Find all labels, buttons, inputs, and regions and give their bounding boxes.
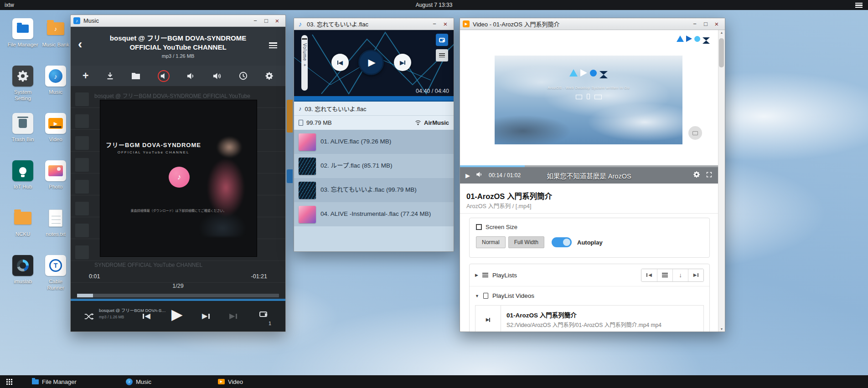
desktop-icon-label: File Manager	[7, 41, 38, 48]
seek-bar[interactable]	[77, 294, 279, 297]
full-width-button[interactable]: Full Width	[508, 236, 544, 248]
back-button[interactable]: ‹	[78, 38, 82, 51]
volume-slider[interactable]: Volume+	[301, 35, 308, 91]
download-icon[interactable]	[106, 72, 114, 80]
pip-button[interactable]	[688, 126, 702, 140]
next-track-button[interactable]: ▶	[202, 312, 210, 320]
scroll-up-arrow[interactable]: ▲	[720, 31, 723, 34]
desktop-icon-photo[interactable]: Photo	[39, 160, 72, 208]
normal-size-button[interactable]: Normal	[476, 236, 506, 248]
next-track-button[interactable]: ▶	[394, 54, 411, 71]
desktop-icon-system-setting[interactable]: System Setting	[6, 66, 39, 113]
volume-high-icon[interactable]	[212, 72, 222, 80]
autoplay-toggle[interactable]	[552, 237, 572, 247]
desktop-icon-iot-hub[interactable]: IoT Hub	[6, 160, 39, 208]
playlist-item[interactable]: 02. ループ.flac (85.71 MB)	[294, 154, 454, 178]
mute-icon[interactable]	[158, 70, 170, 82]
close-button[interactable]: ×	[440, 20, 451, 29]
desktop-icon-ncku[interactable]: NCKU	[6, 208, 39, 255]
music-track-list[interactable]: bosquet @ フリーBGM DOVA-SYNDROME OFFICIAL …	[71, 86, 285, 301]
taskbar-item-label: Video	[228, 378, 243, 385]
playlist-item[interactable]: 03. 忘れてもいいよ.flac (99.79 MB)	[294, 178, 454, 202]
desktop-icon-trash-bin[interactable]: Trash Bin	[6, 113, 39, 160]
mini-track-info: bosquet @ フリーBGM DOVA-SYNDROME OFFICIAL …	[99, 307, 166, 319]
maximize-button[interactable]: □	[261, 16, 272, 26]
taskbar-item-music[interactable]: ♪ Music	[122, 375, 155, 388]
album-art	[299, 182, 316, 199]
lightbulb-icon	[12, 160, 33, 181]
desktop-icon-music-bank[interactable]: ♪ Music Bank	[39, 18, 72, 66]
caret-down-icon[interactable]: ▼	[475, 294, 479, 298]
source-label: AirMusic	[424, 119, 449, 126]
topbar-menu-icon[interactable]	[855, 3, 863, 8]
playlist-item[interactable]: 01. ALIVE.flac (79.26 MB)	[294, 130, 454, 154]
minimize-button[interactable]: −	[250, 16, 261, 26]
play-button[interactable]: ▶	[465, 172, 470, 179]
playlist-video-item[interactable]: ▶ 01-ArozOS 入門系列簡介 S2:/Video/ArozOS 入門系列…	[475, 305, 704, 332]
background-track-row: bosquet @ フリーBGM DOVA-SYNDROME OFFICIAL …	[94, 92, 250, 99]
scroll-down-arrow[interactable]: ▼	[720, 327, 723, 331]
desktop-icon-music[interactable]: ♪ Music	[39, 66, 72, 113]
airmusic-window: ♪ 03. 忘れてもいいよ.flac − ×	[294, 18, 454, 252]
clock-icon[interactable]	[239, 71, 248, 80]
desktop-icon-file-manager[interactable]: File Manager	[6, 18, 39, 66]
fullscreen-icon[interactable]	[706, 171, 713, 180]
taskbar-item-video[interactable]: ▶ Video	[214, 375, 247, 388]
minimize-button[interactable]: −	[689, 20, 700, 29]
thumbnail-subtitle: OFFICIAL YouTube CHANNEL	[100, 150, 207, 154]
desktop-icon-notes-txt[interactable]: notes.txt	[39, 208, 72, 255]
minimize-button[interactable]: −	[429, 20, 440, 29]
folder-open-icon[interactable]	[131, 72, 140, 80]
settings-gear-icon[interactable]	[265, 71, 274, 80]
repeat-one-icon[interactable]	[259, 311, 267, 317]
overlay-brand-text: ArozOS - Web Desktop System written in G…	[495, 86, 682, 90]
close-button[interactable]: ×	[711, 20, 722, 29]
previous-track-button[interactable]: ◀	[143, 312, 150, 320]
inactive-play-icon[interactable]: ▶	[229, 312, 237, 320]
file-icon	[483, 293, 488, 299]
seek-bar[interactable]	[294, 96, 454, 102]
volume-icon[interactable]	[475, 171, 483, 179]
play-button[interactable]: ▶	[171, 307, 183, 322]
caret-right-icon[interactable]: ▶	[475, 273, 478, 277]
video-screen[interactable]: ArozOS - Web Desktop System written in G…	[495, 56, 682, 144]
settings-gear-icon[interactable]	[693, 171, 700, 180]
close-button[interactable]: ×	[272, 16, 283, 26]
desktop-icon-label: Trash Bin	[12, 136, 34, 143]
mini-track-title: bosquet @ フリーBGM DOVA-SYNDROME OFFICIAL …	[99, 307, 166, 313]
side-tab-blue[interactable]	[287, 169, 293, 183]
elapsed-time: 0:01	[89, 273, 100, 280]
desktop-icon-video[interactable]: ▶ Video	[39, 113, 72, 160]
app-launcher-icon[interactable]	[6, 379, 8, 380]
video-titlebar[interactable]: ▶ Video - 01-ArozOS 入門系列簡介 − □ ×	[460, 18, 725, 30]
scrollbar-thumb[interactable]	[719, 38, 724, 67]
play-button[interactable]: ▶	[358, 50, 384, 75]
shuffle-icon[interactable]	[84, 313, 94, 320]
skip-forward-button[interactable]: ▶	[688, 269, 703, 281]
track-thumb-placeholder	[75, 158, 89, 172]
mini-track-format: mp3 / 1.26 MB	[99, 315, 166, 319]
desktop-icon-cable-runner[interactable]: T Cable Runner	[39, 255, 72, 302]
skip-back-button[interactable]: ◀	[641, 269, 657, 281]
playlists-row[interactable]: ▶ PlayLists ◀ ↓ ▶	[470, 264, 709, 286]
maximize-button[interactable]: □	[700, 20, 711, 29]
volume-low-icon[interactable]	[186, 72, 195, 80]
side-tab-orange[interactable]	[287, 100, 293, 133]
previous-track-button[interactable]: ◀	[331, 54, 349, 71]
queue-list-button[interactable]	[657, 269, 672, 281]
thumbnail-title: フリーBGM DOVA-SYNDROME	[100, 140, 207, 149]
playlist-videos-row[interactable]: ▼ PlayList Videos	[470, 286, 709, 305]
window-scrollbar[interactable]: ▲ ▼	[718, 30, 725, 332]
airmusic-titlebar[interactable]: ♪ 03. 忘れてもいいよ.flac − ×	[294, 18, 454, 30]
repeat-button[interactable]	[436, 34, 448, 46]
music-window-title: Music	[83, 17, 99, 24]
download-button[interactable]: ↓	[672, 269, 688, 281]
music-window-titlebar[interactable]: ♪ Music − □ ×	[71, 15, 285, 27]
desktop-icon-imuslab[interactable]: imuslab	[6, 255, 39, 302]
playlist-menu-button[interactable]	[436, 49, 448, 61]
menu-icon[interactable]	[269, 42, 277, 48]
volume-knob[interactable]	[302, 38, 307, 40]
playlist-item[interactable]: 04. ALIVE -Instrumental-.flac (77.24 MB)	[294, 202, 454, 226]
taskbar-item-file-manager[interactable]: File Manager	[28, 375, 80, 388]
add-button[interactable]: +	[83, 71, 88, 81]
